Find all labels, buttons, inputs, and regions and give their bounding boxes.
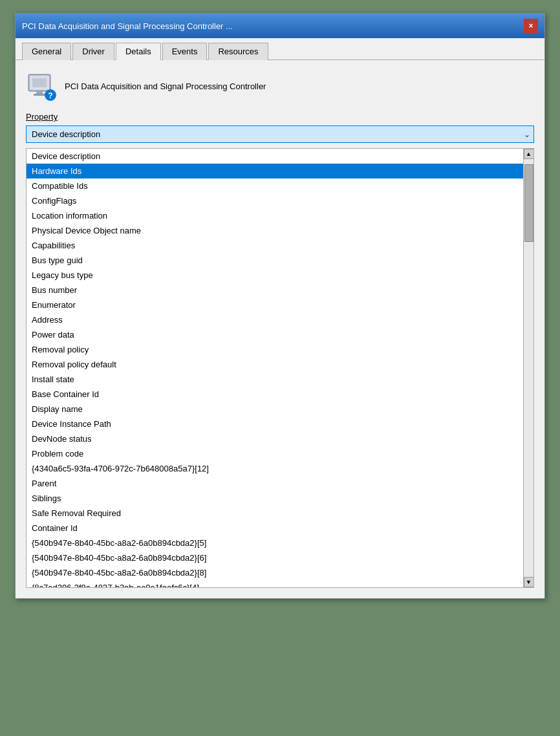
list-item[interactable]: Parent	[27, 476, 523, 491]
scroll-up-button[interactable]: ▲	[524, 149, 534, 159]
list-item[interactable]: Container Id	[27, 521, 523, 536]
close-button[interactable]: ×	[524, 19, 538, 33]
list-item[interactable]: Capabilities	[27, 238, 523, 253]
list-item[interactable]: Compatible Ids	[27, 179, 523, 193]
list-item[interactable]: Device description	[27, 149, 523, 164]
property-label: Property	[26, 112, 534, 122]
property-listbox: Device descriptionHardware IdsCompatible…	[27, 149, 523, 587]
list-item[interactable]: Problem code	[27, 446, 523, 461]
list-item[interactable]: ConfigFlags	[27, 193, 523, 208]
list-item[interactable]: Siblings	[27, 491, 523, 506]
list-item[interactable]: Removal policy default	[27, 357, 523, 372]
tab-general[interactable]: General	[22, 43, 71, 60]
list-item[interactable]: Base Container Id	[27, 387, 523, 402]
list-item[interactable]: Bus number	[27, 283, 523, 298]
list-item[interactable]: {540b947e-8b40-45bc-a8a2-6a0b894cbda2}[6…	[27, 550, 523, 565]
dropdown-container: Device descriptionHardware IdsCompatible…	[26, 125, 534, 143]
list-item[interactable]: Address	[27, 312, 523, 327]
list-item[interactable]: Install state	[27, 372, 523, 387]
main-window: PCI Data Acquisition and Signal Processi…	[15, 13, 545, 599]
listbox-wrapper: Device descriptionHardware IdsCompatible…	[26, 148, 534, 588]
list-item[interactable]: Power data	[27, 327, 523, 342]
svg-rect-2	[32, 78, 47, 87]
list-item[interactable]: Removal policy	[27, 342, 523, 357]
list-item[interactable]: {540b947e-8b40-45bc-a8a2-6a0b894cbda2}[8…	[27, 565, 523, 580]
list-item[interactable]: Enumerator	[27, 298, 523, 312]
scrollbar-track	[524, 159, 533, 577]
tab-events[interactable]: Events	[162, 43, 208, 60]
scrollbar-thumb[interactable]	[524, 164, 533, 242]
list-item[interactable]: Safe Removal Required	[27, 506, 523, 521]
list-item[interactable]: Display name	[27, 402, 523, 417]
list-item[interactable]: Physical Device Object name	[27, 223, 523, 238]
list-item[interactable]: DevNode status	[27, 431, 523, 446]
tab-driver[interactable]: Driver	[72, 43, 114, 60]
list-item[interactable]: Device Instance Path	[27, 417, 523, 431]
list-item[interactable]: {4340a6c5-93fa-4706-972c-7b648008a5a7}[1…	[27, 461, 523, 476]
content-area: ? PCI Data Acquisition and Signal Proces…	[16, 60, 544, 598]
scroll-down-button[interactable]: ▼	[524, 577, 534, 587]
list-item[interactable]: Hardware Ids	[27, 164, 523, 179]
tabs-bar: General Driver Details Events Resources	[16, 38, 544, 60]
svg-rect-4	[34, 94, 45, 96]
scrollbar: ▲ ▼	[523, 149, 533, 587]
list-item[interactable]: {540b947e-8b40-45bc-a8a2-6a0b894cbda2}[5…	[27, 536, 523, 550]
tab-details[interactable]: Details	[116, 43, 161, 60]
device-header: ? PCI Data Acquisition and Signal Proces…	[26, 70, 534, 102]
window-title: PCI Data Acquisition and Signal Processi…	[22, 21, 233, 31]
list-item[interactable]: Bus type guid	[27, 253, 523, 268]
title-bar: PCI Data Acquisition and Signal Processi…	[16, 14, 544, 38]
list-item[interactable]: Location information	[27, 208, 523, 223]
device-icon: ?	[26, 70, 57, 102]
svg-text:?: ?	[48, 91, 52, 100]
property-dropdown[interactable]: Device descriptionHardware IdsCompatible…	[26, 125, 534, 143]
list-item[interactable]: Legacy bus type	[27, 268, 523, 283]
tab-resources[interactable]: Resources	[208, 43, 268, 60]
list-item[interactable]: {8c7ed206-3f8a-4827-b3ab-ae9e1faefc6c}[4…	[27, 580, 523, 587]
device-name: PCI Data Acquisition and Signal Processi…	[65, 81, 266, 91]
